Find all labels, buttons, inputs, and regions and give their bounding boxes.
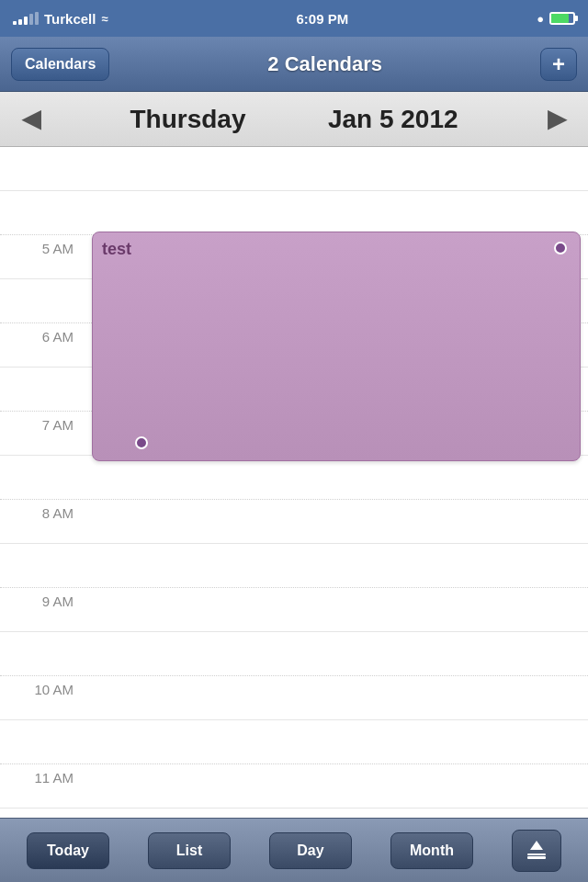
time-label-11am: 11 AM: [0, 764, 83, 786]
tab-month[interactable]: Month: [390, 832, 473, 869]
tab-bar: Today List Day Month: [0, 818, 588, 882]
time-row: [0, 720, 588, 764]
time-label: [0, 632, 83, 638]
time-label: [0, 720, 83, 726]
status-left: Turkcell ≈: [13, 11, 108, 27]
time-label: [0, 147, 83, 153]
event-resize-handle-bottom[interactable]: [135, 436, 148, 449]
status-bar: Turkcell ≈ 6:09 PM ●: [0, 0, 588, 37]
time-label-5am: 5 AM: [0, 235, 83, 256]
calendars-button[interactable]: Calendars: [11, 48, 109, 81]
time-row-9am: 9 AM: [0, 588, 588, 632]
signal-icon: [13, 12, 39, 25]
day-date: Jan 5 2012: [328, 105, 458, 134]
time-row-10am: 10 AM: [0, 676, 588, 720]
header: Calendars 2 Calendars +: [0, 37, 588, 92]
event-title: test: [102, 240, 131, 258]
svg-marker-2: [530, 841, 543, 850]
time-row: [0, 456, 588, 500]
battery-icon: [549, 12, 575, 25]
wifi-icon: ≈: [101, 12, 107, 26]
tab-today[interactable]: Today: [27, 832, 109, 869]
time-label: [0, 368, 83, 373]
time-row: [0, 632, 588, 676]
time-label: [0, 544, 83, 549]
time-row-8am: 8 AM: [0, 500, 588, 544]
carrier-label: Turkcell: [44, 11, 96, 27]
clock-icon: ●: [537, 12, 544, 26]
tab-day[interactable]: Day: [269, 832, 352, 869]
time-row: [0, 147, 588, 191]
svg-rect-0: [527, 854, 546, 855]
time-label: [0, 456, 83, 461]
day-navigation: ◀ Thursday Jan 5 2012 ▶: [0, 92, 588, 147]
time-row: [0, 544, 588, 588]
event-resize-handle-top[interactable]: [554, 242, 567, 254]
export-button[interactable]: [512, 830, 561, 872]
time-label-8am: 8 AM: [0, 500, 83, 521]
tab-list[interactable]: List: [148, 832, 231, 869]
export-icon: [526, 841, 548, 861]
prev-day-button[interactable]: ◀: [15, 105, 48, 133]
time-label-9am: 9 AM: [0, 588, 83, 609]
time-label-10am: 10 AM: [0, 676, 83, 697]
time-label: [0, 279, 83, 285]
calendar-event[interactable]: test: [92, 232, 581, 461]
day-name: Thursday: [130, 105, 245, 134]
header-title: 2 Calendars: [267, 52, 382, 76]
next-day-button[interactable]: ▶: [540, 105, 573, 133]
time-grid: 5 AM 6 AM 7 AM 8 AM 9 AM 10 AM: [0, 147, 588, 818]
time-row: [0, 191, 588, 235]
status-right: ●: [537, 12, 575, 26]
time-label-7am: 7 AM: [0, 412, 83, 433]
add-button[interactable]: +: [540, 48, 577, 81]
time-label-6am: 6 AM: [0, 323, 83, 345]
svg-rect-1: [527, 856, 546, 859]
time-row-11am: 11 AM: [0, 764, 588, 808]
time-label: [0, 191, 83, 197]
time-display: 6:09 PM: [297, 11, 349, 27]
calendar-body: 5 AM 6 AM 7 AM 8 AM 9 AM 10 AM: [0, 147, 588, 818]
